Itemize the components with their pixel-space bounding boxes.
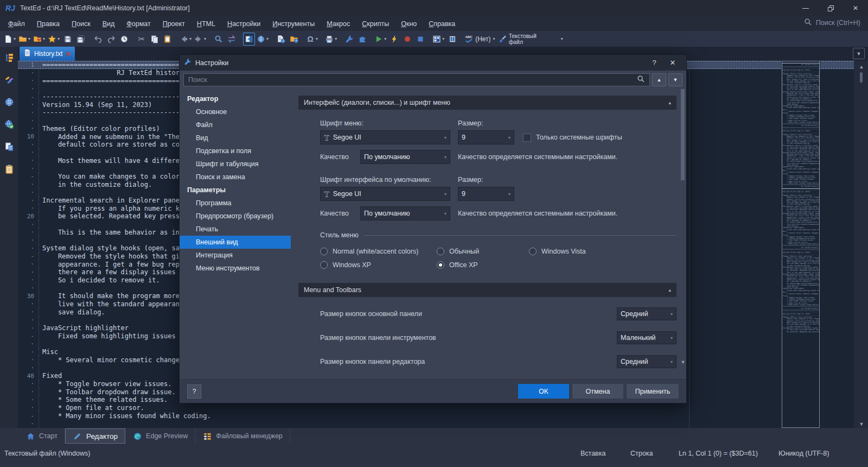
editor-line[interactable]: · — [18, 420, 854, 428]
chevron-down-icon[interactable]: ▾ — [384, 36, 386, 41]
menu-item-файл[interactable]: Файл — [2, 18, 31, 30]
plugin-puzzle-button[interactable] — [356, 33, 368, 46]
ui-font-select[interactable]: T Segoe UI ▾ — [320, 187, 450, 201]
menu-item-макрос[interactable]: Макрос — [321, 18, 356, 30]
settings-row-select[interactable]: Средний▾ — [617, 307, 676, 320]
nav-back-button[interactable]: ▾ — [179, 33, 193, 46]
web-globe-button[interactable]: ▾ — [256, 33, 270, 46]
menu-item-html[interactable]: HTML — [191, 18, 221, 30]
history-clock-button[interactable] — [118, 33, 130, 46]
menu-item-поиск[interactable]: Поиск — [66, 18, 97, 30]
menu-item-правка[interactable]: Правка — [31, 18, 66, 30]
radio-icon[interactable] — [529, 248, 537, 255]
menu-item-окно[interactable]: Окно — [395, 18, 423, 30]
sidebar-web-globe-blue-button[interactable] — [3, 96, 16, 109]
dialog-scroll-down-icon[interactable]: ▼ — [680, 359, 686, 365]
status-caret-position[interactable]: Ln 1, Col 1 (0) = ($3D=61) — [679, 450, 758, 457]
record-button[interactable] — [401, 33, 413, 46]
tab-list-dropdown[interactable]: ▼ — [853, 48, 865, 59]
sidebar-web-globe-check-button[interactable] — [3, 118, 16, 131]
scrollbar-thumb[interactable] — [860, 72, 863, 83]
radio-icon[interactable] — [320, 261, 328, 269]
collapse-icon[interactable]: ▴ — [668, 287, 671, 293]
favorites-star-button[interactable]: ▾ — [47, 33, 61, 46]
ok-button[interactable]: OK — [518, 384, 569, 399]
status-wrap-mode[interactable]: Строка — [630, 450, 653, 457]
doc-preview-button[interactable] — [275, 33, 287, 46]
nav-forward-button[interactable]: ▾ — [194, 33, 207, 46]
global-search[interactable]: Поиск (Ctrl+H) — [804, 18, 860, 28]
menu-item-проект[interactable]: Проект — [157, 18, 191, 30]
chevron-down-icon[interactable]: ▾ — [493, 36, 495, 41]
settings-tree-item-предпросмотр-браузер-[interactable]: Предпросмотр (браузер) — [180, 210, 291, 223]
minimize-icon[interactable]: — — [793, 0, 818, 16]
radio-selected-icon[interactable] — [437, 261, 444, 269]
layout-columns-button[interactable] — [446, 33, 458, 46]
settings-tree-item-поиск-и-замена[interactable]: Поиск и замена — [180, 171, 291, 184]
menu-style-radio-normal-white-accent-colors-[interactable]: Normal (white/accent colors) — [320, 248, 437, 255]
new-file-button[interactable]: ▾ — [3, 33, 17, 46]
quality-select-2[interactable]: По умолчанию ▾ — [360, 206, 450, 220]
apply-button[interactable]: Применить — [627, 384, 679, 399]
menu-style-radio-office-xp[interactable]: Office XP — [437, 261, 529, 269]
ui-font-size-select[interactable]: 9 ▾ — [458, 187, 514, 201]
document-minimap[interactable]: ========================================… — [781, 61, 820, 428]
settings-tree-item-вид[interactable]: Вид — [180, 131, 291, 144]
folder-web-button[interactable] — [288, 33, 300, 46]
chevron-down-icon[interactable]: ▾ — [189, 36, 192, 41]
stop-button[interactable] — [414, 33, 426, 46]
radio-icon[interactable] — [437, 248, 444, 255]
chevron-down-icon[interactable]: ▾ — [561, 36, 563, 41]
menu-style-radio-обычный[interactable]: Обычный — [437, 248, 529, 255]
settings-tree-item-параметры[interactable]: Параметры — [180, 184, 291, 197]
settings-tree-item-интеграция[interactable]: Интеграция — [180, 249, 291, 262]
sidebar-clipboard-button[interactable] — [3, 162, 16, 175]
editor-line[interactable]: · * Open file at cursor. — [18, 404, 854, 412]
settings-tree-item-подсветка-и-поля[interactable]: Подсветка и поля — [180, 144, 291, 157]
restore-icon[interactable] — [818, 0, 843, 16]
search-prev-icon[interactable]: ▲ — [652, 73, 666, 86]
settings-row-select[interactable]: Средний▾ — [617, 355, 676, 368]
quality-select[interactable]: По умолчанию ▾ — [360, 150, 450, 164]
open-folder-button[interactable]: ▾ — [18, 33, 31, 46]
view-tab-редактор[interactable]: Редактор — [65, 428, 125, 444]
settings-row-select[interactable]: Маленький▾ — [617, 331, 676, 344]
search-next-icon[interactable]: ▼ — [668, 73, 682, 86]
view-tab-старт[interactable]: Старт — [18, 428, 65, 444]
tools-wrench-button[interactable] — [343, 33, 355, 46]
omega-button[interactable]: Ω▾ — [305, 33, 319, 46]
scroll-up-icon[interactable]: ▲ — [858, 64, 865, 70]
run-play-button[interactable]: ▾ — [374, 33, 387, 46]
cancel-button[interactable]: Отмена — [572, 384, 623, 399]
search-button[interactable] — [213, 33, 225, 46]
chevron-down-icon[interactable]: ▾ — [14, 36, 16, 41]
sidebar-doc-copy-button[interactable] — [3, 140, 16, 153]
chevron-down-icon[interactable]: ▾ — [335, 36, 337, 41]
bolt-button[interactable] — [388, 33, 400, 46]
menu-font-size-select[interactable]: 9 ▾ — [458, 130, 514, 144]
paste-button[interactable] — [162, 33, 174, 46]
settings-tree-item-файл[interactable]: Файл — [180, 118, 291, 131]
layout-grid-button[interactable]: ▾ — [432, 33, 445, 46]
tab-history-txt[interactable]: History.txt ✕ — [20, 47, 75, 61]
chevron-down-icon[interactable]: ▾ — [204, 36, 206, 41]
editor-scrollbar[interactable]: ▲ ▼ — [857, 61, 866, 428]
minimap-viewport[interactable] — [782, 63, 820, 189]
status-insert-mode[interactable]: Вставка — [580, 450, 605, 457]
menu-item-справка[interactable]: Справка — [423, 18, 461, 30]
menu-item-скрипты[interactable]: Скрипты — [356, 18, 395, 30]
spellcheck-button[interactable]: ABC(Нет)▾ — [464, 33, 496, 46]
status-encoding[interactable]: Юникод (UTF-8) — [778, 450, 829, 457]
view-tab-edge-preview[interactable]: Edge Preview — [125, 428, 195, 444]
settings-tree-item-меню-инструментов[interactable]: Меню инструментов — [180, 262, 291, 275]
menu-item-формат[interactable]: Формат — [120, 18, 156, 30]
settings-tree-item-внешний-вид[interactable]: Внешний вид — [180, 236, 291, 249]
open-favorite-button[interactable]: ▾ — [33, 33, 46, 46]
save-all-button[interactable] — [75, 33, 87, 46]
settings-tree-item-редактор[interactable]: Редактор — [180, 92, 291, 105]
settings-tree-item-основное[interactable]: Основное — [180, 105, 291, 118]
system-fonts-only-checkbox[interactable] — [523, 134, 531, 142]
scroll-down-icon[interactable]: ▼ — [858, 421, 865, 427]
settings-tree-item-шрифт-и-табуляция[interactable]: Шрифт и табуляция — [180, 157, 291, 171]
redo-button[interactable] — [105, 33, 117, 46]
